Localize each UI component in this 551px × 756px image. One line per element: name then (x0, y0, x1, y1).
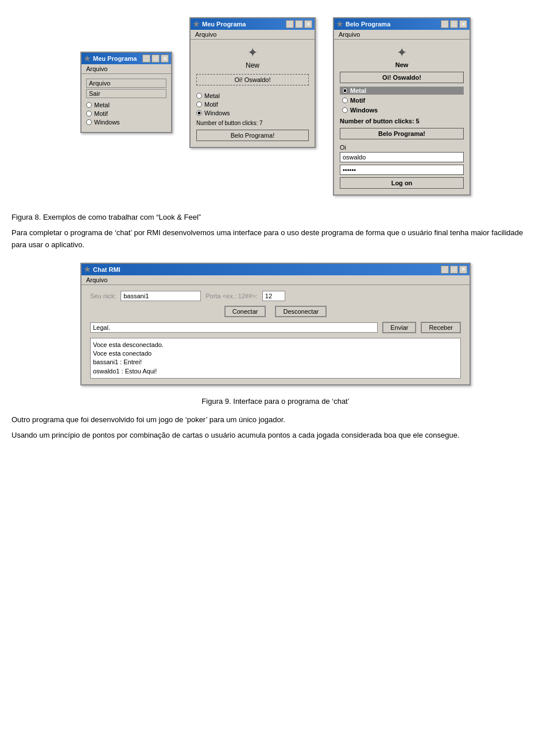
menubar-medium[interactable]: Arquivo (191, 30, 315, 40)
titlebar-right: Belo Programa _ □ ✕ (334, 18, 469, 30)
radio-circle-windows-right (342, 107, 348, 113)
port-input[interactable] (262, 291, 285, 301)
radio-label-metal-small: Metal (94, 102, 110, 108)
receive-button[interactable]: Receber (421, 322, 461, 333)
oi-button-right[interactable]: Oi! Oswaldo! (340, 72, 464, 83)
title-label-medium: Meu Programa (202, 21, 246, 28)
figure9-caption-text: Figura 9. Interface para o programa de ‘… (201, 397, 349, 406)
radio-circle-metal-small (86, 102, 92, 108)
radio-metal-medium[interactable]: Metal (196, 92, 309, 99)
body-chat: Seu nick: Porta <ex.: 12##>: Conectar De… (82, 285, 469, 385)
radio-metal-small[interactable]: Metal (86, 102, 166, 108)
radio-circle-metal-right (342, 88, 348, 93)
bottom-para3: Usando um princípio de pontos por combin… (11, 430, 540, 442)
radio-circle-motif-medium (196, 102, 202, 107)
menubar-small[interactable]: Arquivo (82, 64, 171, 74)
close-btn-medium[interactable]: ✕ (304, 20, 312, 28)
menubar-chat[interactable]: Arquivo (82, 275, 469, 285)
bottom-text: Outro programa que foi desenvolvido foi … (11, 414, 540, 442)
description-para1: Para completar o programa de ‘chat’ por … (11, 227, 540, 251)
logon-button[interactable]: Log on (340, 177, 464, 189)
maximize-btn-medium[interactable]: □ (295, 20, 303, 28)
radio-circle-motif-small (86, 111, 92, 116)
nick-input[interactable] (121, 291, 201, 301)
win-controls-right: _ □ ✕ (441, 20, 467, 28)
menu-arquivo-small[interactable]: Arquivo (84, 65, 110, 72)
chat-connect-row: Conectar Desconectar (90, 306, 461, 317)
menu-item-sair[interactable]: Sair (86, 89, 166, 98)
minimize-btn-medium[interactable]: _ (286, 20, 294, 28)
maximize-btn-chat[interactable]: □ (450, 266, 458, 274)
radio-label-windows-medium: Windows (204, 110, 230, 116)
close-btn-small[interactable]: ✕ (161, 54, 169, 63)
oi-button-medium[interactable]: Oi! Oswaldo! (196, 74, 309, 85)
body-right: ✦ New Oi! Oswaldo! Metal Motif Windows N… (334, 40, 469, 194)
chat-rmi-container: Chat RMI _ □ ✕ Arquivo Seu nick: Porta <… (11, 263, 540, 386)
minimize-btn-small[interactable]: _ (142, 54, 150, 63)
title-label-small: Meu Programa (93, 55, 137, 62)
star-icon-right: ✦ (397, 45, 407, 60)
titlebar-small: Meu Programa _ □ ✕ (82, 53, 171, 64)
connect-button[interactable]: Conectar (224, 306, 266, 317)
belo-new-area: ✦ New (340, 45, 464, 68)
radio-label-windows-small: Windows (94, 119, 120, 126)
menubar-right[interactable]: Arquivo (334, 30, 469, 40)
password-input[interactable] (340, 165, 464, 175)
body-medium: ✦ New Oi! Oswaldo! Metal Motif Windows N… (191, 40, 315, 147)
titlebar-medium: Meu Programa _ □ ✕ (191, 18, 315, 30)
login-label: Oi (340, 144, 464, 151)
maximize-btn-small[interactable]: □ (152, 54, 160, 63)
message-input[interactable] (90, 322, 378, 333)
log-line-1: Voce esta desconectado. (93, 341, 458, 349)
window-belo-programa: Belo Programa _ □ ✕ Arquivo ✦ New Oi! Os… (333, 17, 471, 196)
new-label-medium: New (246, 61, 259, 69)
radio-motif-medium[interactable]: Motif (196, 101, 309, 108)
log-line-2: Voce esta conectado (93, 349, 458, 358)
radio-label-windows-right: Windows (350, 107, 378, 114)
close-btn-right[interactable]: ✕ (459, 20, 467, 28)
radio-group-small: Metal Motif Windows (86, 102, 166, 126)
radio-group-medium: Metal Motif Windows (196, 92, 309, 116)
belo-button-right[interactable]: Belo Programa! (340, 128, 464, 139)
menu-arquivo-right[interactable]: Arquivo (336, 31, 362, 38)
radio-label-motif-small: Motif (94, 110, 108, 117)
titlebar-chat: Chat RMI _ □ ✕ (82, 264, 469, 275)
maximize-btn-right[interactable]: □ (450, 20, 458, 28)
figure8-caption-text: Figura 8. Exemplos de como trabalhar com… (11, 213, 201, 221)
chat-nick-row: Seu nick: Porta <ex.: 12##>: (90, 291, 461, 301)
click-count-medium: Number of button clicks: 7 (196, 120, 309, 126)
menu-item-arquivo[interactable]: Arquivo (86, 79, 166, 88)
close-btn-chat[interactable]: ✕ (459, 266, 467, 274)
window-meu-programa-small: Meu Programa _ □ ✕ Arquivo Arquivo Sair … (80, 52, 172, 133)
title-icon-right (336, 21, 343, 28)
window-chat-rmi: Chat RMI _ □ ✕ Arquivo Seu nick: Porta <… (80, 263, 471, 386)
minimize-btn-right[interactable]: _ (441, 20, 449, 28)
belo-button-medium[interactable]: Belo Programa! (196, 130, 309, 141)
radio-windows-medium[interactable]: Windows (196, 110, 309, 116)
minimize-btn-chat[interactable]: _ (441, 266, 449, 274)
figure9-caption: Figura 9. Interface para o programa de ‘… (11, 397, 540, 406)
radio-metal-right[interactable]: Metal (340, 87, 464, 95)
radio-group-right: Metal Motif Windows (340, 87, 464, 114)
radio-circle-windows-small (86, 119, 92, 125)
send-button[interactable]: Enviar (382, 322, 416, 333)
menu-arquivo-chat[interactable]: Arquivo (84, 276, 110, 283)
win-controls-small: _ □ ✕ (142, 54, 169, 63)
radio-windows-right[interactable]: Windows (340, 106, 464, 114)
radio-motif-right[interactable]: Motif (340, 96, 464, 104)
window-meu-programa-medium: Meu Programa _ □ ✕ Arquivo ✦ New Oi! Osw… (189, 17, 316, 148)
username-input[interactable] (340, 152, 464, 162)
new-label-right: New (395, 61, 409, 68)
disconnect-button[interactable]: Desconectar (275, 306, 327, 317)
figure8-caption: Figura 8. Exemplos de como trabalhar com… (11, 213, 540, 221)
radio-label-metal-medium: Metal (204, 92, 220, 99)
win-controls-chat: _ □ ✕ (441, 266, 467, 274)
body-small: Arquivo Sair Metal Motif Windows (82, 74, 171, 132)
star-icon-medium: ✦ (247, 45, 258, 60)
radio-motif-small[interactable]: Motif (86, 110, 166, 117)
radio-circle-metal-medium (196, 93, 202, 99)
radio-windows-small[interactable]: Windows (86, 119, 166, 126)
menu-arquivo-medium[interactable]: Arquivo (193, 31, 219, 38)
title-label-right: Belo Programa (346, 21, 390, 28)
bottom-para2: Outro programa que foi desenvolvido foi … (11, 414, 540, 426)
